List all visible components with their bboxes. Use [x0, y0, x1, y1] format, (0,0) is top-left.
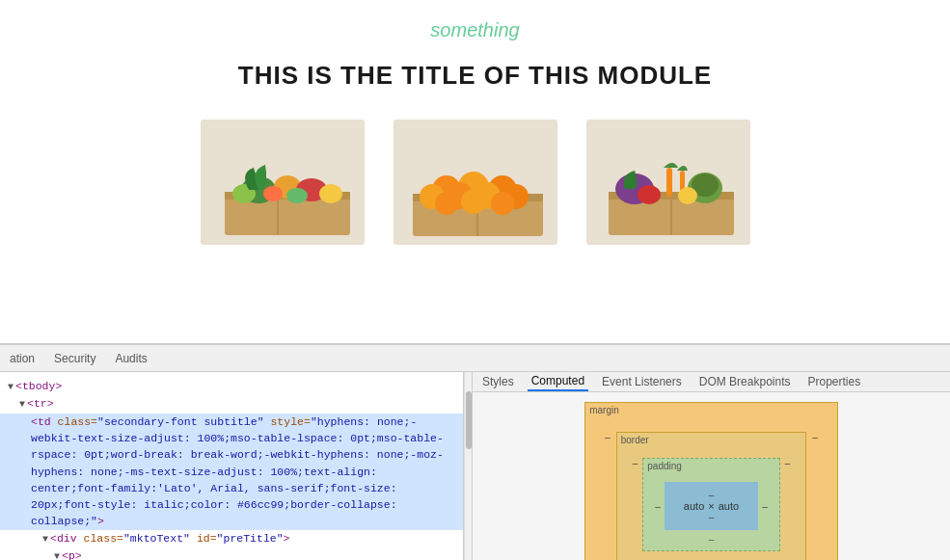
svg-point-8 [263, 186, 283, 201]
box-model-container: margin – border – padding [473, 392, 950, 560]
padding-bottom: – [655, 534, 767, 545]
triangle-div: ▼ [42, 534, 48, 545]
triangle-p: ▼ [54, 551, 60, 560]
svg-point-22 [491, 192, 514, 215]
border-bottom: – [633, 555, 791, 560]
margin-right: – [812, 432, 818, 560]
triangle-tbody: ▼ [8, 382, 14, 392]
tab-dom-breakpoints[interactable]: DOM Breakpoints [695, 373, 795, 390]
margin-left: – [605, 432, 611, 560]
veggie-box-2 [394, 120, 557, 245]
styles-panel: Styles Computed Event Listeners DOM Brea… [473, 372, 950, 560]
content-dash-top: – [709, 490, 715, 500]
svg-point-32 [678, 187, 697, 204]
styles-tabs: Styles Computed Event Listeners DOM Brea… [473, 372, 950, 392]
dom-line-td[interactable]: <td class="secondary-font subtitle" styl… [0, 413, 463, 530]
triangle-tr: ▼ [19, 399, 25, 410]
padding-left: – [655, 501, 661, 512]
page-preview: something THIS IS THE TITLE OF THIS MODU… [0, 0, 950, 343]
veggie-box-1 [201, 120, 365, 245]
box-model-content: – auto × auto – [665, 482, 758, 530]
tab-properties[interactable]: Properties [803, 373, 864, 390]
margin-label: margin [589, 405, 619, 415]
svg-rect-27 [666, 168, 672, 197]
tab-event-listeners[interactable]: Event Listeners [598, 373, 686, 390]
box-model-border: border – padding – [616, 432, 807, 560]
box-model-diagram: margin – border – padding [584, 402, 838, 560]
content-dash-bottom: – [709, 512, 715, 522]
dom-panel[interactable]: ▼<tbody> ▼<tr> <td class="secondary-font… [0, 372, 464, 560]
tab-computed[interactable]: Computed [528, 372, 588, 391]
tab-audits[interactable]: Audits [115, 352, 147, 365]
svg-point-7 [319, 184, 342, 203]
dom-scroll-thumb[interactable] [466, 391, 472, 449]
devtools-body: ▼<tbody> ▼<tr> <td class="secondary-font… [0, 372, 950, 560]
tab-styles[interactable]: Styles [478, 373, 518, 390]
padding-label: padding [647, 461, 682, 471]
border-label: border [621, 435, 649, 445]
dom-panel-wrapper: ▼<tbody> ▼<tr> <td class="secondary-font… [0, 372, 473, 560]
something-text: something [430, 19, 519, 41]
content-width: auto [684, 500, 704, 512]
svg-point-9 [286, 188, 308, 203]
box-model-padding: padding – – auto [642, 458, 779, 551]
devtools-panel: ation Security Audits ▼<tbody> ▼<tr> <td… [0, 343, 950, 560]
tab-ation[interactable]: ation [10, 352, 35, 365]
dom-scrollbar[interactable] [464, 372, 472, 560]
content-size: auto × auto [684, 500, 739, 512]
images-row [201, 120, 750, 245]
box-model-margin: margin – border – padding [584, 402, 838, 560]
dom-line-div: ▼<div class="mktoText" id="preTitle"> [0, 530, 463, 547]
dom-line-tbody: ▼<tbody> [0, 378, 463, 395]
svg-point-21 [461, 189, 486, 214]
border-left: – [633, 458, 638, 551]
svg-point-20 [435, 192, 458, 215]
padding-right: – [762, 501, 768, 512]
dom-line-tr: ▼<tr> [0, 395, 463, 413]
devtools-top-tabs: ation Security Audits [0, 345, 950, 372]
tab-security[interactable]: Security [54, 352, 95, 365]
content-height: auto [719, 500, 739, 512]
svg-point-31 [638, 185, 661, 204]
veggie-box-3 [586, 120, 750, 245]
module-title: THIS IS THE TITLE OF THIS MODULE [238, 61, 712, 91]
border-right: – [785, 458, 791, 551]
content-x: × [708, 500, 714, 512]
dom-line-p: ▼<p> [0, 547, 463, 560]
